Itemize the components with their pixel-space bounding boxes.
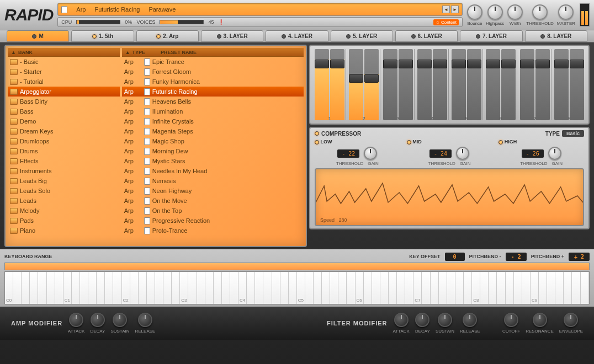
- key-offset-value[interactable]: 0: [445, 253, 465, 261]
- white-key[interactable]: [214, 272, 222, 304]
- threshold-value[interactable]: - 24: [429, 149, 452, 158]
- filter-sustain-knob[interactable]: [438, 313, 452, 327]
- fader-4b[interactable]: [433, 49, 447, 120]
- white-key[interactable]: [197, 272, 205, 304]
- keyboard-range-strip[interactable]: [4, 263, 590, 270]
- white-key[interactable]: [405, 272, 413, 304]
- gain-knob[interactable]: [456, 147, 469, 160]
- layer-tab-2[interactable]: 2. Arp: [136, 30, 199, 42]
- white-key[interactable]: [13, 272, 22, 304]
- fader-6b[interactable]: [501, 49, 516, 120]
- white-key[interactable]: [30, 272, 38, 304]
- white-key[interactable]: C9: [531, 272, 539, 304]
- sort-icon[interactable]: ▲: [125, 50, 130, 55]
- white-key[interactable]: [330, 272, 338, 304]
- layer-tab-0[interactable]: M: [7, 30, 69, 42]
- bounce-knob[interactable]: [467, 4, 482, 20]
- bank-item[interactable]: - Basic: [8, 57, 120, 67]
- threshold-value[interactable]: - 26: [522, 149, 544, 158]
- master-knob[interactable]: [558, 4, 574, 20]
- white-key[interactable]: C1: [63, 272, 72, 304]
- preset-display[interactable]: Arp Futuristic Racing Parawave ◄ ►: [57, 3, 463, 16]
- preset-item[interactable]: ArpNemesis: [122, 176, 304, 186]
- white-key[interactable]: [380, 272, 389, 304]
- layer-tab-3[interactable]: 3. LAYER: [201, 30, 263, 42]
- type-header[interactable]: TYPE: [132, 50, 146, 55]
- preset-item[interactable]: ArpNeedles In My Head: [122, 166, 304, 176]
- bank-item[interactable]: Effects: [8, 156, 120, 166]
- white-key[interactable]: C0: [5, 272, 13, 304]
- white-key[interactable]: [72, 272, 80, 304]
- white-key[interactable]: [322, 272, 330, 304]
- bank-item[interactable]: Drums: [8, 146, 120, 156]
- gain-knob[interactable]: [548, 147, 561, 160]
- bank-item[interactable]: Leads Big: [8, 176, 120, 186]
- led-icon[interactable]: [315, 140, 319, 144]
- bank-item[interactable]: Leads Solo: [8, 186, 120, 196]
- white-key[interactable]: [314, 272, 322, 304]
- preset-item[interactable]: ArpProgressive Reaction: [122, 216, 304, 226]
- amp-release-knob[interactable]: [138, 313, 152, 327]
- fader-6a[interactable]: [486, 49, 500, 120]
- threshold-value[interactable]: - 22: [337, 149, 359, 158]
- bank-item[interactable]: Bass Dirty: [8, 97, 120, 106]
- white-key[interactable]: [439, 272, 447, 304]
- preset-header[interactable]: PRESET NAME: [161, 50, 197, 55]
- preset-item[interactable]: ArpInfinite Crystals: [122, 116, 304, 126]
- filter-attack-knob[interactable]: [394, 313, 409, 327]
- preset-item[interactable]: ArpFuturistic Racing: [122, 87, 304, 97]
- fader-2b[interactable]: [364, 49, 379, 120]
- layer-tab-7[interactable]: 7. LAYER: [460, 30, 522, 42]
- pitchbend-plus-value[interactable]: + 2: [569, 253, 590, 261]
- layer-tab-4[interactable]: 4. LAYER: [266, 30, 328, 42]
- amp-decay-knob[interactable]: [91, 313, 105, 327]
- fader-8b[interactable]: [570, 49, 584, 120]
- fader-3b[interactable]: [399, 49, 413, 120]
- white-key[interactable]: [55, 272, 63, 304]
- led-icon[interactable]: [315, 131, 319, 136]
- bank-item[interactable]: Bass: [8, 106, 120, 116]
- bank-item[interactable]: Pads: [8, 216, 120, 226]
- white-key[interactable]: [480, 272, 489, 304]
- content-chip[interactable]: ☼ Content: [433, 19, 459, 25]
- compressor-type[interactable]: Basic: [562, 130, 584, 137]
- bank-item[interactable]: Demo: [8, 116, 120, 126]
- white-key[interactable]: [47, 272, 55, 304]
- white-key[interactable]: [555, 272, 564, 304]
- amp-sustain-knob[interactable]: [113, 313, 127, 327]
- bank-item[interactable]: Leads: [8, 196, 120, 206]
- amp-attack-knob[interactable]: [69, 313, 83, 327]
- fader-1a[interactable]: [315, 49, 329, 120]
- white-key[interactable]: [155, 272, 163, 304]
- width-knob[interactable]: [507, 4, 523, 20]
- preset-item[interactable]: ArpMystic Stars: [122, 156, 304, 166]
- preset-item[interactable]: ArpFunky Harmonica: [122, 77, 304, 87]
- white-key[interactable]: [280, 272, 289, 304]
- bank-item[interactable]: - Starter: [8, 67, 120, 77]
- white-key[interactable]: [539, 272, 547, 304]
- white-key[interactable]: C6: [356, 272, 364, 304]
- preset-item[interactable]: ArpForrest Gloom: [122, 67, 304, 77]
- layer-tab-8[interactable]: 8. LAYER: [525, 30, 587, 42]
- bank-item[interactable]: Instruments: [8, 166, 120, 176]
- filter-resonance-knob[interactable]: [533, 313, 547, 327]
- white-key[interactable]: [547, 272, 555, 304]
- white-key[interactable]: [305, 272, 314, 304]
- preset-item[interactable]: ArpProto-Trance: [122, 226, 304, 235]
- led-icon[interactable]: [498, 140, 503, 144]
- layer-tab-5[interactable]: 5. LAYER: [331, 30, 393, 42]
- bank-item[interactable]: Arpeggiator: [8, 87, 120, 97]
- bank-item[interactable]: Melody: [8, 206, 120, 216]
- white-key[interactable]: [247, 272, 255, 304]
- white-key[interactable]: [147, 272, 155, 304]
- filter-cutoff-knob[interactable]: [504, 313, 518, 327]
- preset-item[interactable]: ArpHeavens Bells: [122, 97, 304, 106]
- white-key[interactable]: [88, 272, 97, 304]
- speed-value[interactable]: 280: [339, 217, 347, 223]
- white-key[interactable]: [506, 272, 514, 304]
- preset-item[interactable]: ArpOn the Top: [122, 206, 304, 216]
- highpass-knob[interactable]: [487, 4, 503, 20]
- white-key[interactable]: [130, 272, 139, 304]
- white-key[interactable]: [289, 272, 297, 304]
- piano-keyboard[interactable]: C0C1C2C3C4C5C6C7C8C9: [4, 271, 590, 304]
